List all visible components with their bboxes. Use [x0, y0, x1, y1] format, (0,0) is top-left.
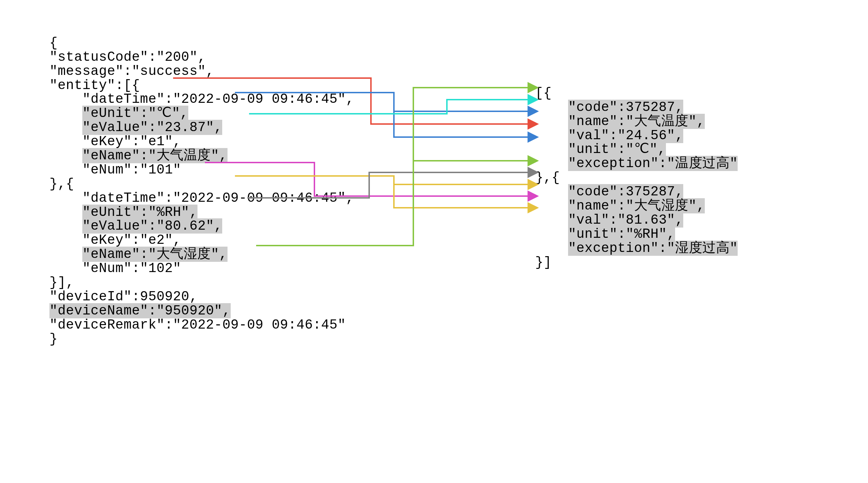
- highlight-code-2: "code":375287,: [568, 184, 683, 199]
- code-line: "deviceRemark":"2022-09-09 09:46:45": [49, 317, 346, 332]
- code-line: "deviceName":"950920",: [49, 303, 231, 318]
- highlight-name-temp: "name":"大气温度",: [568, 114, 705, 129]
- highlight-unit-c: "unit":"℃",: [568, 142, 666, 157]
- code-line: "val":"24.56",: [535, 128, 683, 143]
- source-json-block: { "statusCode":"200", "message":"success…: [49, 22, 354, 346]
- highlight-evalue-hum: "eValue":"80.62",: [82, 218, 222, 234]
- highlight-name-hum: "name":"大气湿度",: [568, 198, 705, 213]
- code-line: "code":375287,: [535, 184, 683, 199]
- code-line: }],: [49, 275, 74, 290]
- code-line: "exception":"温度过高": [535, 156, 738, 171]
- highlight-val-temp: "val":"24.56",: [568, 128, 683, 143]
- code-line: "eNum":"101": [49, 162, 181, 177]
- code-line: },{: [49, 176, 74, 192]
- code-line: },{: [535, 170, 560, 185]
- code-line: "eName":"大气湿度",: [49, 247, 228, 262]
- code-line: {: [49, 35, 58, 51]
- highlight-exception-hum: "exception":"湿度过高": [568, 241, 738, 256]
- code-line: "eKey":"e2",: [49, 232, 181, 248]
- code-line: "dateTime":"2022-09-09 09:46:45",: [49, 190, 354, 206]
- highlight-val-hum: "val":"81.63",: [568, 212, 683, 228]
- code-line: "eName":"大气温度",: [49, 148, 228, 163]
- highlight-devicename: "deviceName":"950920",: [49, 303, 231, 318]
- code-line: "unit":"℃",: [535, 142, 666, 157]
- code-line: "eValue":"23.87",: [49, 120, 222, 135]
- code-line: "entity":[{: [49, 78, 140, 93]
- arrow-evalue-hum-2: [394, 184, 537, 208]
- highlight-eunit-c: "eUnit":"℃",: [82, 106, 188, 121]
- code-line: "exception":"湿度过高": [535, 241, 738, 256]
- code-line: "deviceId":950920,: [49, 289, 197, 304]
- arrow-evalue-temp-2: [394, 111, 537, 137]
- highlight-exception-temp: "exception":"温度过高": [568, 156, 738, 171]
- code-line: }: [49, 331, 58, 347]
- code-line: "name":"大气湿度",: [535, 198, 705, 213]
- highlight-code-1: "code":375287,: [568, 100, 683, 115]
- highlight-unit-rh: "unit":"%RH",: [568, 226, 675, 242]
- code-line: "code":375287,: [535, 100, 683, 115]
- code-line: "message":"success",: [49, 64, 214, 79]
- code-line: "statusCode":"200",: [49, 49, 206, 65]
- highlight-eunit-rh: "eUnit":"%RH",: [82, 205, 197, 220]
- code-line: "eValue":"80.62",: [49, 218, 222, 234]
- code-line: "eNum":"102": [49, 261, 181, 276]
- highlight-evalue-temp: "eValue":"23.87",: [82, 120, 222, 135]
- code-line: [{: [535, 86, 552, 101]
- code-line: "val":"81.63",: [535, 212, 683, 228]
- highlight-ename-hum: "eName":"大气湿度",: [82, 247, 227, 262]
- code-line: "eKey":"e1",: [49, 134, 181, 149]
- code-line: "eUnit":"%RH",: [49, 205, 197, 220]
- code-line: }]: [535, 255, 552, 270]
- highlight-ename-temp: "eName":"大气温度",: [82, 148, 227, 163]
- code-line: "dateTime":"2022-09-09 09:46:45",: [49, 92, 354, 107]
- target-json-block: [{ "code":375287, "name":"大气温度", "val":"…: [535, 72, 738, 269]
- code-line: "eUnit":"℃",: [49, 106, 188, 121]
- code-line: "unit":"%RH",: [535, 226, 675, 242]
- code-line: "name":"大气温度",: [535, 114, 705, 129]
